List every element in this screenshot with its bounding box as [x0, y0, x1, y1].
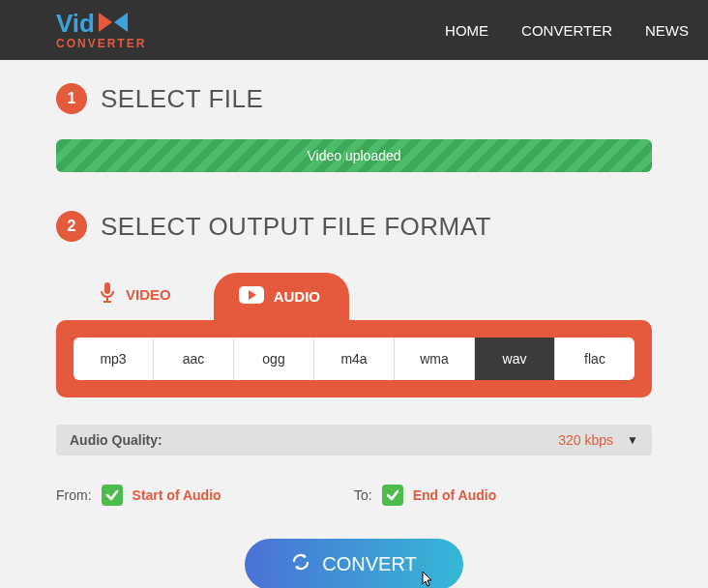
- main-nav: HOME CONVERTER NEWS: [445, 22, 689, 39]
- svg-rect-0: [104, 282, 110, 294]
- bowtie-icon: [99, 13, 128, 35]
- cursor-icon: [419, 570, 436, 588]
- chevron-down-icon: ▼: [627, 433, 638, 447]
- quality-label: Audio Quality:: [70, 432, 162, 448]
- tab-audio-label: AUDIO: [274, 288, 320, 305]
- range-to: To: End of Audio: [354, 485, 652, 506]
- to-label: To:: [354, 487, 372, 503]
- tab-video[interactable]: VIDEO: [74, 269, 200, 320]
- convert-label: CONVERT: [322, 553, 416, 575]
- tab-audio[interactable]: AUDIO: [214, 273, 349, 320]
- nav-converter[interactable]: CONVERTER: [521, 22, 612, 39]
- upload-status-text: Video uploaded: [307, 148, 400, 163]
- step2-header: 2 SELECT OUTPUT FILE FORMAT: [56, 211, 652, 242]
- upload-status-bar: Video uploaded: [56, 139, 652, 172]
- refresh-icon: [291, 552, 310, 576]
- top-bar: Vid CONVERTER HOME CONVERTER NEWS: [0, 0, 708, 60]
- format-ogg[interactable]: ogg: [234, 338, 314, 380]
- step2-title: SELECT OUTPUT FILE FORMAT: [101, 212, 491, 242]
- nav-home[interactable]: HOME: [445, 22, 488, 39]
- logo-text-bottom: CONVERTER: [56, 38, 146, 49]
- to-checkbox[interactable]: [382, 485, 403, 506]
- nav-news[interactable]: NEWS: [645, 22, 689, 39]
- format-panel: mp3 aac ogg m4a wma wav flac: [56, 320, 652, 397]
- range-row: From: Start of Audio To: End of Audio: [56, 485, 652, 506]
- microphone-icon: [99, 282, 116, 307]
- step2-number: 2: [56, 211, 87, 242]
- format-row: mp3 aac ogg m4a wma wav flac: [74, 338, 634, 380]
- check-icon: [386, 488, 399, 502]
- audio-quality-select[interactable]: Audio Quality: 320 kbps ▼: [56, 425, 652, 456]
- quality-value: 320 kbps: [558, 432, 613, 448]
- logo[interactable]: Vid CONVERTER: [56, 11, 146, 49]
- step1-header: 1 SELECT FILE: [56, 83, 652, 114]
- tab-video-label: VIDEO: [126, 286, 171, 303]
- format-flac[interactable]: flac: [555, 338, 634, 380]
- format-aac[interactable]: aac: [154, 338, 234, 380]
- range-from: From: Start of Audio: [56, 485, 354, 506]
- step1-number: 1: [56, 83, 87, 114]
- from-label: From:: [56, 487, 92, 503]
- step1-title: SELECT FILE: [101, 84, 263, 114]
- play-icon: [239, 286, 264, 307]
- to-value[interactable]: End of Audio: [413, 487, 497, 503]
- logo-text-top: Vid: [56, 11, 95, 36]
- format-tabs: VIDEO AUDIO: [56, 269, 652, 320]
- format-m4a[interactable]: m4a: [314, 338, 395, 380]
- format-wav[interactable]: wav: [475, 338, 555, 380]
- format-wma[interactable]: wma: [395, 338, 475, 380]
- convert-button[interactable]: CONVERT: [245, 539, 462, 588]
- from-value[interactable]: Start of Audio: [133, 487, 221, 503]
- from-checkbox[interactable]: [102, 485, 123, 506]
- format-mp3[interactable]: mp3: [74, 338, 154, 380]
- check-icon: [105, 488, 119, 502]
